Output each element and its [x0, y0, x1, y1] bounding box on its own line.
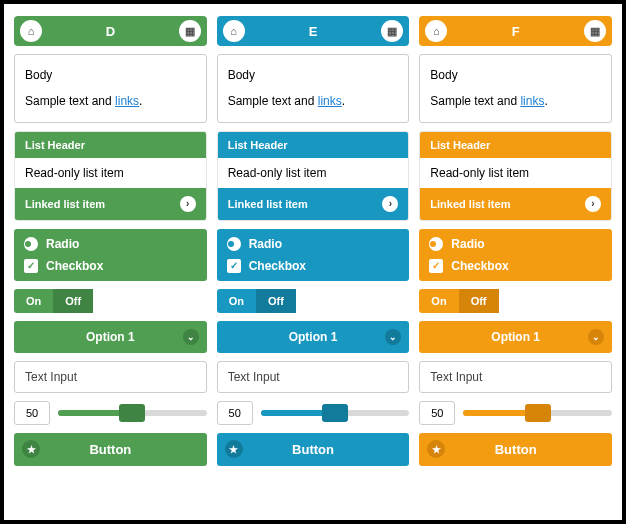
- check-icon: ✓: [227, 259, 241, 273]
- primary-button[interactable]: ★Button: [419, 433, 612, 466]
- body-card: Body Sample text and links.: [419, 54, 612, 123]
- text-input[interactable]: Text Input: [217, 361, 410, 393]
- form-panel: Radio ✓Checkbox: [14, 229, 207, 281]
- header-title: D: [42, 24, 179, 39]
- check-icon: ✓: [24, 259, 38, 273]
- select-dropdown[interactable]: Option 1⌄: [217, 321, 410, 353]
- header-title: E: [245, 24, 382, 39]
- slider-row: 50: [419, 401, 612, 425]
- body-text: Sample text and links.: [228, 91, 399, 111]
- form-panel: Radio ✓Checkbox: [217, 229, 410, 281]
- list-header: List Header: [15, 132, 206, 158]
- home-icon[interactable]: ⌂: [223, 20, 245, 42]
- toggle-on: On: [217, 289, 256, 313]
- chevron-right-icon: ›: [585, 196, 601, 212]
- toggle[interactable]: OnOff: [14, 289, 207, 313]
- list-header: List Header: [218, 132, 409, 158]
- checkbox-option[interactable]: ✓Checkbox: [429, 259, 602, 273]
- chevron-down-icon: ⌄: [183, 329, 199, 345]
- radio-option[interactable]: Radio: [429, 237, 602, 251]
- list-item-linked[interactable]: Linked list item›: [218, 188, 409, 220]
- home-icon[interactable]: ⌂: [425, 20, 447, 42]
- slider-value[interactable]: 50: [217, 401, 253, 425]
- toggle-off: Off: [459, 289, 499, 313]
- body-heading: Body: [25, 65, 196, 85]
- slider-track[interactable]: [261, 410, 410, 416]
- header-bar: ⌂ F ▦: [419, 16, 612, 46]
- body-text: Sample text and links.: [430, 91, 601, 111]
- grid-icon[interactable]: ▦: [584, 20, 606, 42]
- body-heading: Body: [228, 65, 399, 85]
- slider-track[interactable]: [463, 410, 612, 416]
- toggle-on: On: [14, 289, 53, 313]
- star-icon: ★: [427, 440, 445, 458]
- list-item-readonly: Read-only list item: [420, 158, 611, 188]
- checkbox-option[interactable]: ✓Checkbox: [227, 259, 400, 273]
- slider-value[interactable]: 50: [419, 401, 455, 425]
- header-title: F: [447, 24, 584, 39]
- list: List Header Read-only list item Linked l…: [419, 131, 612, 221]
- slider-row: 50: [217, 401, 410, 425]
- toggle-on: On: [419, 289, 458, 313]
- toggle-off: Off: [53, 289, 93, 313]
- radio-icon: [429, 237, 443, 251]
- header-bar: ⌂ D ▦: [14, 16, 207, 46]
- select-dropdown[interactable]: Option 1⌄: [419, 321, 612, 353]
- home-icon[interactable]: ⌂: [20, 20, 42, 42]
- toggle[interactable]: OnOff: [217, 289, 410, 313]
- list-item-linked[interactable]: Linked list item›: [15, 188, 206, 220]
- body-card: Body Sample text and links.: [217, 54, 410, 123]
- toggle-off: Off: [256, 289, 296, 313]
- radio-option[interactable]: Radio: [227, 237, 400, 251]
- check-icon: ✓: [429, 259, 443, 273]
- toggle[interactable]: OnOff: [419, 289, 612, 313]
- list: List Header Read-only list item Linked l…: [217, 131, 410, 221]
- grid-icon[interactable]: ▦: [381, 20, 403, 42]
- body-card: Body Sample text and links.: [14, 54, 207, 123]
- radio-icon: [227, 237, 241, 251]
- form-panel: Radio ✓Checkbox: [419, 229, 612, 281]
- body-link[interactable]: links: [115, 94, 139, 108]
- primary-button[interactable]: ★Button: [217, 433, 410, 466]
- slider-thumb[interactable]: [322, 404, 348, 422]
- header-bar: ⌂ E ▦: [217, 16, 410, 46]
- radio-option[interactable]: Radio: [24, 237, 197, 251]
- theme-column-d: ⌂ D ▦ Body Sample text and links. List H…: [14, 16, 207, 508]
- chevron-right-icon: ›: [382, 196, 398, 212]
- text-input[interactable]: Text Input: [419, 361, 612, 393]
- theme-column-f: ⌂ F ▦ Body Sample text and links. List H…: [419, 16, 612, 508]
- grid-icon[interactable]: ▦: [179, 20, 201, 42]
- list-item-linked[interactable]: Linked list item›: [420, 188, 611, 220]
- list-header: List Header: [420, 132, 611, 158]
- slider-value[interactable]: 50: [14, 401, 50, 425]
- slider-thumb[interactable]: [525, 404, 551, 422]
- select-dropdown[interactable]: Option 1⌄: [14, 321, 207, 353]
- theme-column-e: ⌂ E ▦ Body Sample text and links. List H…: [217, 16, 410, 508]
- body-link[interactable]: links: [318, 94, 342, 108]
- checkbox-option[interactable]: ✓Checkbox: [24, 259, 197, 273]
- body-text: Sample text and links.: [25, 91, 196, 111]
- slider-row: 50: [14, 401, 207, 425]
- radio-icon: [24, 237, 38, 251]
- slider-track[interactable]: [58, 410, 207, 416]
- chevron-down-icon: ⌄: [385, 329, 401, 345]
- list-item-readonly: Read-only list item: [15, 158, 206, 188]
- body-heading: Body: [430, 65, 601, 85]
- chevron-down-icon: ⌄: [588, 329, 604, 345]
- slider-thumb[interactable]: [119, 404, 145, 422]
- star-icon: ★: [22, 440, 40, 458]
- chevron-right-icon: ›: [180, 196, 196, 212]
- list-item-readonly: Read-only list item: [218, 158, 409, 188]
- text-input[interactable]: Text Input: [14, 361, 207, 393]
- body-link[interactable]: links: [520, 94, 544, 108]
- list: List Header Read-only list item Linked l…: [14, 131, 207, 221]
- star-icon: ★: [225, 440, 243, 458]
- theme-showcase: ⌂ D ▦ Body Sample text and links. List H…: [0, 0, 626, 524]
- primary-button[interactable]: ★Button: [14, 433, 207, 466]
